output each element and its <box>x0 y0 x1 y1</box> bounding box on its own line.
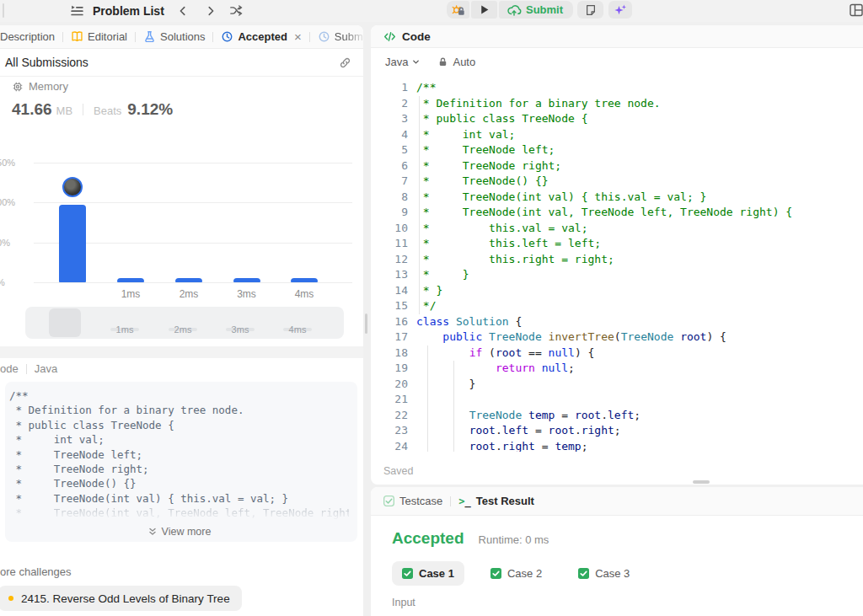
line-code: * this.right = right; <box>416 252 614 268</box>
tab-accepted[interactable]: Accepted× <box>221 30 301 43</box>
language-selector[interactable]: Java <box>385 56 421 68</box>
editor-line[interactable]: 7 * TreeNode() {} <box>371 174 863 190</box>
x-axis-label: 1ms <box>121 288 141 300</box>
chart-bar[interactable] <box>291 278 318 282</box>
chart-bar[interactable] <box>175 278 202 282</box>
preview-code-line: * TreeNode() {} <box>9 476 349 490</box>
chart-bar[interactable] <box>59 205 86 282</box>
tab-label: Description <box>0 30 55 43</box>
minimap-selection[interactable] <box>49 308 81 337</box>
editor-line[interactable]: 11 * this.left = left; <box>371 236 863 252</box>
tab-testcase[interactable]: Testcase <box>383 495 442 507</box>
editor-line[interactable]: 9 * TreeNode(int val, TreeNode left, Tre… <box>371 205 863 221</box>
close-icon[interactable]: × <box>294 31 302 42</box>
view-more-label: View more <box>162 526 212 538</box>
tab-test-result[interactable]: >_ Test Result <box>458 495 534 507</box>
editor-line[interactable]: 24 root.right = temp; <box>371 439 863 453</box>
editor-line[interactable]: 22 TreeNode temp = root.left; <box>371 408 863 424</box>
editor-line[interactable]: 18 if (root == null) { <box>371 345 863 362</box>
editor-line[interactable]: 12 * this.right = right; <box>371 252 863 268</box>
minimap-label: 4ms <box>289 324 307 335</box>
header-divider <box>26 364 27 374</box>
editor-line[interactable]: 16class Solution { <box>371 314 863 330</box>
case-label: Case 2 <box>507 567 542 580</box>
submit-button[interactable]: Submit <box>499 1 573 19</box>
editor-line[interactable]: 13 * } <box>371 267 863 283</box>
next-problem-button[interactable] <box>205 2 217 19</box>
editor-line[interactable]: 3 * public class TreeNode { <box>371 111 863 127</box>
line-code: * TreeNode(int val, TreeNode left, TreeN… <box>416 205 792 221</box>
code-preview-header: ode Java <box>0 362 57 375</box>
y-axis-tick: 100% <box>0 197 28 207</box>
problem-list-button[interactable] <box>70 2 84 19</box>
debug-button[interactable] <box>447 1 469 19</box>
user-avatar <box>62 177 83 197</box>
checkbox-outline-icon <box>383 495 394 506</box>
editor-line[interactable]: 14 * } <box>371 283 863 299</box>
minimap-label: 3ms <box>232 324 249 335</box>
run-button[interactable] <box>471 1 497 19</box>
line-number: 19 <box>371 361 408 377</box>
line-code: class Solution { <box>416 314 522 330</box>
case-chip-2[interactable]: Case 2 <box>480 561 552 586</box>
tab-submissions[interactable]: Submi <box>318 30 363 43</box>
editor-line[interactable]: 2 * Definition for a binary tree node. <box>371 96 863 112</box>
auto-toggle[interactable]: Auto <box>437 56 475 68</box>
editor-line[interactable]: 21 <box>371 392 863 408</box>
chart-gridline <box>34 163 352 163</box>
panel-resize-handle-horizontal[interactable] <box>693 480 710 484</box>
tab-editorial[interactable]: Editorial <box>71 30 127 43</box>
editor-line[interactable]: 17 public TreeNode invertTree(TreeNode r… <box>371 329 863 345</box>
panel-resize-handle-vertical[interactable] <box>365 313 367 334</box>
line-number: 22 <box>371 408 408 424</box>
line-number: 3 <box>371 111 408 127</box>
challenge-title: 2415. Reverse Odd Levels of Binary Tree <box>21 592 230 605</box>
difficulty-medium-dot <box>8 596 13 601</box>
challenge-link[interactable]: 2415. Reverse Odd Levels of Binary Tree <box>0 586 242 611</box>
line-code: * } <box>416 267 469 283</box>
problem-list-icon <box>70 3 84 18</box>
layout-icon[interactable] <box>850 3 863 17</box>
memory-value: 41.66 <box>12 100 52 119</box>
line-code: * this.left = left; <box>416 236 601 252</box>
editor-line[interactable]: 4 * int val; <box>371 127 863 143</box>
tab-label: Submi <box>335 30 363 43</box>
preview-code-line: * TreeNode left; <box>9 447 349 462</box>
editor-line[interactable]: 1/** <box>371 80 863 96</box>
problem-list-label[interactable]: Problem List <box>93 3 164 19</box>
editor-line[interactable]: 20 } <box>371 377 863 393</box>
editor-line[interactable]: 8 * TreeNode(int val) { this.val = val; … <box>371 190 863 206</box>
editor-line[interactable]: 6 * TreeNode right; <box>371 158 863 174</box>
editor-line[interactable]: 23 root.left = root.right; <box>371 423 863 439</box>
console-panel: Testcase >_ Test Result Accepted Runtime… <box>371 487 863 616</box>
notes-button[interactable] <box>577 1 603 19</box>
line-code: * TreeNode() {} <box>416 174 549 190</box>
chart-gridline <box>34 282 352 283</box>
minimap-label: 1ms <box>116 324 134 335</box>
case-chip-3[interactable]: Case 3 <box>568 561 640 586</box>
chart-bar[interactable] <box>117 278 144 282</box>
line-code: * Definition for a binary tree node. <box>416 96 661 112</box>
submit-label: Submit <box>526 3 563 16</box>
preview-code-line: /** <box>9 388 349 403</box>
editor-line[interactable]: 15 */ <box>371 298 863 314</box>
prev-problem-button[interactable] <box>177 2 189 19</box>
case-chip-1[interactable]: Case 1 <box>392 561 464 586</box>
line-number: 2 <box>371 96 408 112</box>
ai-assistant-button[interactable] <box>608 1 632 19</box>
editor-line[interactable]: 5 * TreeNode left; <box>371 142 863 158</box>
submitted-code-preview: /** * Definition for a binary tree node.… <box>5 382 357 542</box>
code-editor-area[interactable]: 1/**2 * Definition for a binary tree nod… <box>371 80 863 452</box>
line-code: * this.val = val; <box>416 221 588 237</box>
indent-guide <box>453 361 454 452</box>
editor-line[interactable]: 10 * this.val = val; <box>371 221 863 237</box>
view-more-button[interactable]: View more <box>9 526 349 538</box>
navbar-divider <box>3 3 4 18</box>
tab-description[interactable]: Description <box>0 30 55 43</box>
editor-line[interactable]: 19 return null; <box>371 361 863 377</box>
copy-link-icon[interactable] <box>339 56 351 69</box>
random-problem-button[interactable] <box>229 2 243 19</box>
y-axis-tick: 0% <box>0 277 28 287</box>
chart-bar[interactable] <box>233 278 260 282</box>
tab-solutions[interactable]: Solutions <box>143 30 205 43</box>
